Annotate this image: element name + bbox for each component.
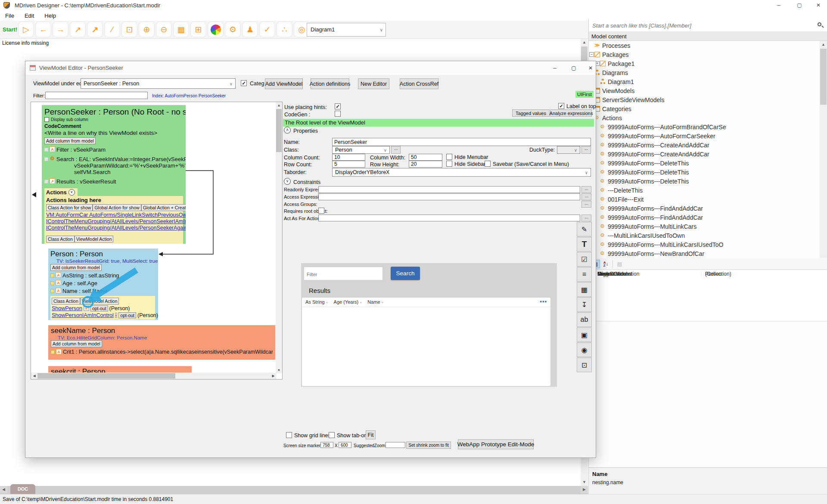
viewmodel-selector[interactable]: PersonSeeker : Person ∨: [81, 78, 236, 89]
seekname-nesting-box[interactable]: seekName : Person TV: Eco.HiliteGridColu…: [48, 325, 275, 360]
tree-item[interactable]: ⚙ 99999AutoForms---CreateAndAddCar: [589, 140, 820, 149]
tree-item[interactable]: ViewModels: [589, 86, 820, 95]
suggested-zoom-input[interactable]: [386, 442, 405, 448]
association-arrow-icon[interactable]: ↗: [70, 22, 86, 37]
tree-item[interactable]: Diagram1: [589, 77, 820, 86]
add-action-button[interactable]: Class Action: [52, 298, 80, 305]
action-link[interactable]: ShowPersonIAmInControl: [52, 312, 114, 318]
grid-column-header[interactable]: Name▼: [364, 298, 386, 307]
tree-item[interactable]: ⚙ 99999AutoForms---DeleteThis: [589, 159, 820, 168]
scrollbar-thumb[interactable]: [820, 49, 827, 105]
tree-item[interactable]: ⚙ Actions: [589, 113, 820, 122]
tree-item[interactable]: ⚙ 99999AutoForms---MultiLinkCarsIUsedToO: [589, 240, 820, 249]
readonly-expression-browse-button[interactable]: ...: [581, 186, 591, 193]
show-grid-lines-checkbox[interactable]: [286, 432, 292, 438]
action-options-icon[interactable]: ▾: [84, 306, 89, 311]
scroll-up-icon[interactable]: ▲: [581, 39, 588, 46]
name-input[interactable]: [332, 138, 591, 146]
tree-item[interactable]: ⚙ 99999AutoForms---NewBrandOfCar: [589, 249, 820, 258]
results-column-row[interactable]: ↗Results : vSeekerResult: [44, 178, 183, 185]
fit-button[interactable]: Fit: [366, 430, 376, 439]
zoom-in-icon[interactable]: ⊕: [139, 22, 155, 37]
new-editor-button[interactable]: New Editor: [358, 78, 389, 89]
scroll-left-icon[interactable]: ◀: [31, 373, 37, 379]
act-as-for-actions-browse-button[interactable]: ...: [581, 215, 591, 221]
scroll-right-icon[interactable]: ▶: [270, 373, 277, 379]
diagram-selector[interactable]: Diagram1 ∨: [307, 23, 386, 37]
play-icon[interactable]: ▷: [18, 22, 34, 37]
text-control-icon[interactable]: T: [577, 237, 592, 252]
filter-funnel-icon[interactable]: ▼: [359, 301, 362, 304]
checkbox-control-icon[interactable]: ☑: [577, 252, 592, 267]
screen-width-input[interactable]: [320, 442, 333, 448]
close-button[interactable]: ✕: [810, 0, 827, 11]
tree-item[interactable]: Categories: [589, 104, 820, 113]
line-tool-icon[interactable]: ∕: [104, 22, 120, 37]
categ-checkbox[interactable]: [241, 80, 247, 86]
add-action-button[interactable]: Class Action: [46, 236, 75, 243]
tree-item[interactable]: ⚙ 99999AutoForms---FindAndAddCar: [589, 204, 820, 213]
scrollbar-thumb[interactable]: [276, 109, 282, 152]
access-expression-browse-button[interactable]: ...: [581, 193, 591, 200]
readonly-expression-input[interactable]: [318, 186, 580, 193]
alphabetical-sort-icon[interactable]: AZ↓: [601, 260, 610, 268]
opt-out-button[interactable]: opt-out: [90, 305, 108, 311]
form-run-icon[interactable]: ⊞: [190, 22, 206, 37]
grid-column-header[interactable]: As String▼: [302, 298, 330, 307]
action-leading-here-link[interactable]: VM:AutoFormCar AutoForms/SingleLinkSwitc…: [46, 212, 181, 218]
scroll-left-icon[interactable]: ◀: [0, 486, 7, 493]
tree-item[interactable]: ⚙ 99999AutoForms---AutoFormCarSeeker: [589, 131, 820, 140]
action-leading-here-link[interactable]: IControlTheMenuGrouping/AtAllLevels/Pers…: [46, 218, 181, 225]
person-action-row[interactable]: ShowPersonIAmInControl ▾ opt-out (Person…: [52, 312, 154, 318]
crit-column-row[interactable]: ACrit1 : Person.allinstances->select(a|a…: [51, 349, 273, 355]
display-sub-column-checkbox[interactable]: [44, 117, 49, 122]
ducktype-browse-button[interactable]: ...: [581, 146, 591, 154]
analyze-expressions-button[interactable]: Analyze expressions: [550, 109, 592, 117]
add-column-button[interactable]: Add column from model: [50, 264, 102, 271]
back-arrow-icon[interactable]: ←: [35, 22, 51, 37]
filter-input[interactable]: [45, 92, 148, 99]
tree-item[interactable]: ⚙ 001File---Exit: [589, 195, 820, 204]
scroll-up-icon[interactable]: ▲: [820, 41, 827, 48]
action-for-show-button[interactable]: Global Action + Create: [141, 204, 186, 211]
doc-tab[interactable]: DOC: [10, 484, 35, 494]
person-action-row[interactable]: ShowPerson ▾ opt-out (Person): [52, 305, 154, 311]
column-count-input[interactable]: [332, 154, 365, 161]
action-definitions-button[interactable]: Action definitions: [311, 78, 349, 89]
requires-root-object-checkbox[interactable]: [318, 208, 324, 214]
combobox-control-icon[interactable]: ≡: [577, 267, 592, 282]
label-on-top-checkbox[interactable]: [558, 103, 564, 109]
search-icon[interactable]: [818, 22, 821, 26]
preview-results-grid[interactable]: As String▼ Age (Years)▼ Name▼ •••: [302, 298, 550, 386]
new-person-link[interactable]: NewPerson: [52, 243, 80, 244]
tree-item[interactable]: ⚙ ---MultiLinkCarsIUsedToOwn: [589, 231, 820, 240]
menu-item[interactable]: File: [0, 11, 19, 21]
filter-funnel-icon[interactable]: ▼: [381, 301, 384, 304]
person-attribute-row[interactable]: A AsString : self.asString: [50, 272, 156, 279]
maximize-button[interactable]: ▢: [791, 0, 808, 11]
window-select-icon[interactable]: ⊡: [121, 22, 137, 37]
property-grid-row[interactable]: Tagged Values (Collection): [594, 270, 827, 278]
add-action-button[interactable]: ViewModel Action: [75, 236, 114, 243]
action-for-show-button[interactable]: Class Action for show: [46, 204, 93, 211]
main-horizontal-scrollbar[interactable]: ◀ ▶: [0, 486, 588, 494]
person-attribute-row[interactable]: A Name : self.Name: [50, 288, 156, 294]
tree-item[interactable]: ⚙ 99999AutoForms---MultiLinkCars: [589, 222, 820, 231]
settings-gears-icon[interactable]: ⚙: [225, 22, 241, 37]
capture-control-icon[interactable]: ⊡: [577, 358, 592, 372]
scroll-up-icon[interactable]: ▲: [276, 102, 282, 109]
tagged-values-button[interactable]: Tagged values: [512, 109, 550, 117]
tree-item[interactable]: ⚙ ---DeleteThis: [589, 186, 820, 195]
action-leading-here-link[interactable]: IControlTheMenuGrouping/AtAllLevels/Pers…: [46, 225, 181, 231]
viewmodel-canvas[interactable]: PersonSeeker : Person (No Root - no self…: [31, 102, 283, 380]
savebar-checkbox[interactable]: [485, 161, 491, 167]
tree-item[interactable]: + Package1: [589, 59, 820, 68]
row-count-input[interactable]: [332, 161, 365, 168]
globe-control-icon[interactable]: ◉: [577, 342, 592, 357]
menu-item[interactable]: Edit: [19, 11, 39, 21]
download-control-icon[interactable]: ↧: [577, 297, 592, 312]
forward-arrow-icon[interactable]: →: [53, 22, 68, 37]
tree-item[interactable]: ServerSideViewModels: [589, 95, 820, 104]
search-column-row[interactable]: ⚙Search : EAL: vSeekIntValue:=Integer.Pa…: [44, 156, 183, 162]
validate-check-icon[interactable]: ✓: [259, 22, 275, 37]
